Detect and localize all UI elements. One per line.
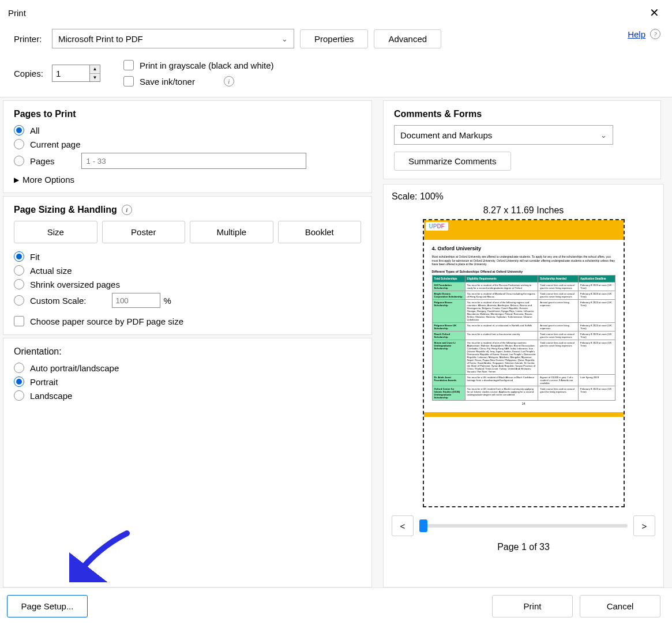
paper-source-label: Choose paper source by PDF page size (30, 317, 183, 326)
portrait-label: Portrait (30, 377, 58, 387)
doc-heading: 4. Oxford University (432, 246, 615, 251)
preview-panel: Scale: 100% 8.27 x 11.69 Inches UPDF 4. … (383, 184, 664, 587)
orientation-panel: Orientation: Auto portrait/landscape Por… (3, 338, 372, 587)
more-options-label: More Options (22, 175, 74, 184)
comments-forms-select[interactable]: Document and Markups ⌄ (394, 125, 613, 145)
advanced-button[interactable]: Advanced (374, 29, 441, 48)
print-button[interactable]: Print (492, 595, 573, 617)
grayscale-label: Print in grayscale (black and white) (140, 61, 274, 70)
page-slider[interactable] (419, 524, 628, 528)
custom-scale-label: Custom Scale: (30, 296, 87, 306)
copies-up-icon[interactable]: ▲ (90, 65, 100, 74)
info-icon[interactable]: i (122, 205, 132, 215)
summarize-comments-button[interactable]: Summarize Comments (394, 152, 511, 171)
pages-to-print-heading: Pages to Print (14, 109, 361, 119)
copies-label: Copies: (14, 69, 46, 78)
copies-input[interactable] (52, 65, 90, 82)
landscape-label: Landscape (30, 391, 72, 401)
grayscale-checkbox[interactable] (123, 60, 134, 70)
help-link[interactable]: Help (628, 29, 645, 39)
saveink-label: Save ink/toner (140, 77, 195, 86)
comments-forms-heading: Comments & Forms (394, 109, 650, 119)
shrink-label: Shrink oversized pages (30, 280, 120, 289)
comments-forms-selected: Document and Markups (400, 130, 492, 140)
orientation-heading: Orientation: (14, 346, 361, 357)
shrink-radio[interactable] (14, 279, 24, 289)
sizing-panel: Page Sizing & Handling i Size Poster Mul… (3, 196, 372, 335)
custom-scale-input[interactable] (112, 293, 160, 308)
triangle-right-icon: ▶ (14, 176, 19, 184)
booklet-button[interactable]: Booklet (278, 221, 362, 243)
preview-page: UPDF 4. Oxford University Most scholarsh… (423, 219, 625, 507)
cancel-button[interactable]: Cancel (580, 595, 660, 617)
custom-scale-radio[interactable] (14, 295, 24, 306)
actual-label: Actual size (30, 266, 72, 276)
properties-button[interactable]: Properties (300, 29, 368, 48)
percent-label: % (164, 296, 171, 306)
help-info-icon[interactable]: ? (650, 29, 660, 39)
saveink-checkbox[interactable] (123, 76, 134, 86)
poster-button[interactable]: Poster (102, 221, 186, 243)
preview-dimensions-label: 8.27 x 11.69 Inches (392, 205, 655, 216)
all-pages-label: All (30, 126, 40, 135)
printer-select[interactable]: Microsoft Print to PDF ⌄ (52, 29, 294, 48)
pages-to-print-panel: Pages to Print All Current page Pages ▶ … (3, 100, 372, 193)
pages-range-label: Pages (30, 156, 55, 166)
printer-selected: Microsoft Print to PDF (58, 34, 143, 44)
page-indicator: Page 1 of 33 (392, 542, 655, 552)
fit-label: Fit (30, 252, 40, 262)
copies-down-icon[interactable]: ▼ (90, 74, 100, 82)
doc-subhead: Different Types of Scholarships Offered … (432, 270, 615, 273)
doc-page-num: 14 (432, 401, 615, 406)
next-page-button[interactable]: > (633, 515, 655, 536)
close-icon[interactable]: ✕ (645, 5, 664, 21)
auto-orient-label: Auto portrait/landscape (30, 363, 119, 373)
landscape-radio[interactable] (14, 390, 24, 401)
multiple-button[interactable]: Multiple (190, 221, 273, 243)
doc-table: Total ScholarshipsEligibility Requiremen… (432, 275, 615, 401)
all-pages-radio[interactable] (14, 125, 24, 135)
size-button[interactable]: Size (14, 221, 97, 243)
info-icon[interactable]: i (224, 76, 234, 86)
portrait-radio[interactable] (14, 376, 24, 387)
dialog-title: Print (8, 8, 26, 18)
comments-forms-panel: Comments & Forms Document and Markups ⌄ … (383, 100, 661, 179)
sizing-heading: Page Sizing & Handling i (14, 205, 361, 215)
paper-source-checkbox[interactable] (14, 316, 24, 326)
page-setup-button[interactable]: Page Setup... (7, 595, 88, 617)
preview-scale-label: Scale: 100% (392, 191, 655, 202)
chevron-down-icon: ⌄ (281, 35, 288, 43)
current-page-radio[interactable] (14, 139, 24, 149)
doc-para: Most scholarships at Oxford University a… (432, 255, 615, 266)
chevron-down-icon: ⌄ (600, 131, 607, 140)
pages-range-radio[interactable] (14, 156, 24, 166)
more-options-toggle[interactable]: ▶ More Options (14, 175, 361, 184)
fit-radio[interactable] (14, 251, 24, 262)
actual-radio[interactable] (14, 265, 24, 276)
pages-range-input[interactable] (81, 153, 306, 169)
auto-orient-radio[interactable] (14, 363, 24, 373)
current-page-label: Current page (30, 140, 81, 149)
printer-label: Printer: (14, 34, 46, 44)
slider-thumb[interactable] (419, 519, 427, 532)
updf-logo: UPDF (426, 222, 448, 231)
prev-page-button[interactable]: < (392, 515, 414, 536)
